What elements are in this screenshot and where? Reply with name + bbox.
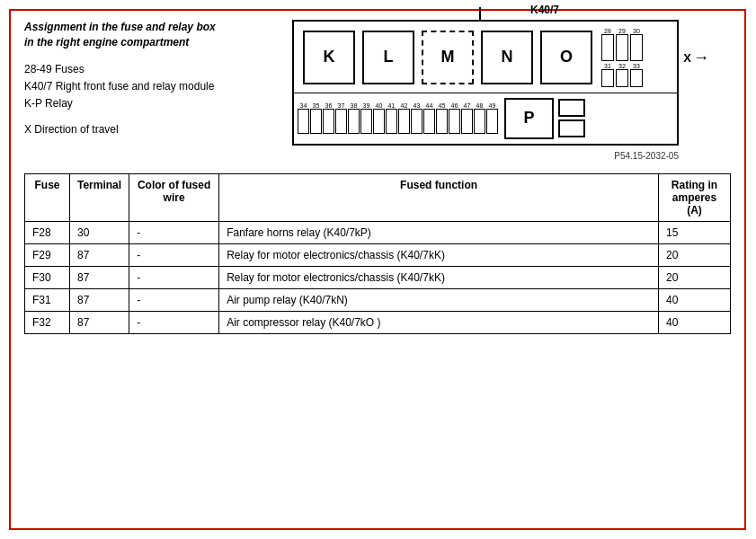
table-body: F28 30 - Fanfare horns relay (K40/7kP) 1… <box>25 222 731 334</box>
cell-function: Air compressor relay (K40/7kO ) <box>219 312 659 334</box>
bf-41: 41 <box>386 102 397 134</box>
cell-rating: 20 <box>659 267 731 289</box>
x-label: X <box>683 51 691 65</box>
fuse-N: N <box>481 31 533 84</box>
col-header-fuse: Fuse <box>25 174 70 222</box>
bf-40: 40 <box>373 102 385 134</box>
table-row: F31 87 - Air pump relay (K40/7kN) 40 <box>25 289 731 312</box>
small-fuse-32: 32 <box>616 63 628 87</box>
cell-terminal: 87 <box>70 289 129 312</box>
small-fuse-29: 29 <box>616 28 628 61</box>
detail-line2: K40/7 Right front fuse and relay module <box>24 78 222 95</box>
bf-46: 46 <box>449 102 460 134</box>
bottom-row: 34 35 36 37 38 39 40 41 42 43 44 45 <box>294 93 677 143</box>
outer-border: Assignment in the fuse and relay box in … <box>9 9 746 530</box>
table-row: F32 87 - Air compressor relay (K40/7kO )… <box>25 312 731 334</box>
connector-top <box>558 99 585 117</box>
small-fuse-33: 33 <box>630 63 643 87</box>
arrow-right-icon: → <box>693 49 709 67</box>
k407-label: K40/7 <box>530 4 559 16</box>
connector-bottom <box>558 119 585 137</box>
bf-47: 47 <box>461 102 473 134</box>
bf-37: 37 <box>335 102 347 134</box>
cell-color: - <box>129 289 219 312</box>
cell-color: - <box>129 267 219 289</box>
small-fuse-30: 30 <box>630 28 643 61</box>
table-row: F29 87 - Relay for motor electronics/cha… <box>25 244 731 267</box>
bf-49: 49 <box>486 102 498 134</box>
cell-terminal: 87 <box>70 312 129 334</box>
cell-function: Relay for motor electronics/chassis (K40… <box>219 267 659 289</box>
bf-42: 42 <box>398 102 410 134</box>
bf-43: 43 <box>411 102 422 134</box>
col-header-color: Color of fused wire <box>129 174 219 222</box>
cell-rating: 40 <box>659 312 731 334</box>
top-row: K L M N O 28 <box>294 22 677 93</box>
cell-fuse: F32 <box>25 312 70 334</box>
fuse-O: O <box>540 31 592 84</box>
details: 28-49 Fuses K40/7 Right front fuse and r… <box>24 61 222 139</box>
bottom-fuses-group: 34 35 36 37 38 39 40 41 42 43 44 45 <box>298 102 498 134</box>
cell-terminal: 30 <box>70 222 129 244</box>
detail-line1: 28-49 Fuses <box>24 61 222 78</box>
bf-48: 48 <box>474 102 485 134</box>
small-fuses-right: 28 29 30 <box>601 28 643 87</box>
bf-44: 44 <box>423 102 435 134</box>
k407-connector-line <box>479 7 481 20</box>
cell-fuse: F29 <box>25 244 70 267</box>
left-info: Assignment in the fuse and relay box in … <box>24 20 222 161</box>
diagram-area: K40/7 K L M N O <box>240 20 731 161</box>
cell-terminal: 87 <box>70 244 129 267</box>
cell-fuse: F31 <box>25 289 70 312</box>
cell-fuse: F30 <box>25 267 70 289</box>
cell-rating: 20 <box>659 244 731 267</box>
small-fuse-31: 31 <box>601 63 614 87</box>
cell-function: Fanfare horns relay (K40/7kP) <box>219 222 659 244</box>
x-direction-label: X → <box>683 49 709 67</box>
fuse-L: L <box>362 31 414 84</box>
detail-line3: K-P Relay <box>24 95 222 112</box>
fuse-box-diagram: K L M N O 28 <box>292 20 679 146</box>
bf-45: 45 <box>436 102 448 134</box>
relay-P: P <box>504 98 554 139</box>
fuse-K: K <box>303 31 355 84</box>
fuse-M: M <box>422 31 474 84</box>
main-title: Assignment in the fuse and relay box in … <box>24 20 222 50</box>
small-fuses-row2: 31 32 33 <box>601 63 643 87</box>
fuse-table: Fuse Terminal Color of fused wire Fused … <box>24 173 731 334</box>
col-header-terminal: Terminal <box>70 174 129 222</box>
cell-color: - <box>129 222 219 244</box>
cell-fuse: F28 <box>25 222 70 244</box>
bf-39: 39 <box>360 102 372 134</box>
cell-color: - <box>129 312 219 334</box>
cell-rating: 40 <box>659 289 731 312</box>
cell-color: - <box>129 244 219 267</box>
col-header-function: Fused function <box>219 174 659 222</box>
table-header-row: Fuse Terminal Color of fused wire Fused … <box>25 174 731 222</box>
bf-38: 38 <box>348 102 360 134</box>
table-row: F30 87 - Relay for motor electronics/cha… <box>25 267 731 289</box>
cell-function: Relay for motor electronics/chassis (K40… <box>219 244 659 267</box>
image-reference: P54.15-2032-05 <box>292 151 679 161</box>
col-header-rating: Rating in amperes (A) <box>659 174 731 222</box>
small-fuse-28: 28 <box>601 28 614 61</box>
small-fuses-row1: 28 29 30 <box>601 28 643 61</box>
detail-line5: X Direction of travel <box>24 121 222 138</box>
bf-36: 36 <box>323 102 334 134</box>
cell-terminal: 87 <box>70 267 129 289</box>
bf-35: 35 <box>310 102 322 134</box>
cell-rating: 15 <box>659 222 731 244</box>
bf-34: 34 <box>298 102 309 134</box>
right-connectors <box>558 99 585 137</box>
top-section: Assignment in the fuse and relay box in … <box>24 20 731 161</box>
cell-function: Air pump relay (K40/7kN) <box>219 289 659 312</box>
table-row: F28 30 - Fanfare horns relay (K40/7kP) 1… <box>25 222 731 244</box>
